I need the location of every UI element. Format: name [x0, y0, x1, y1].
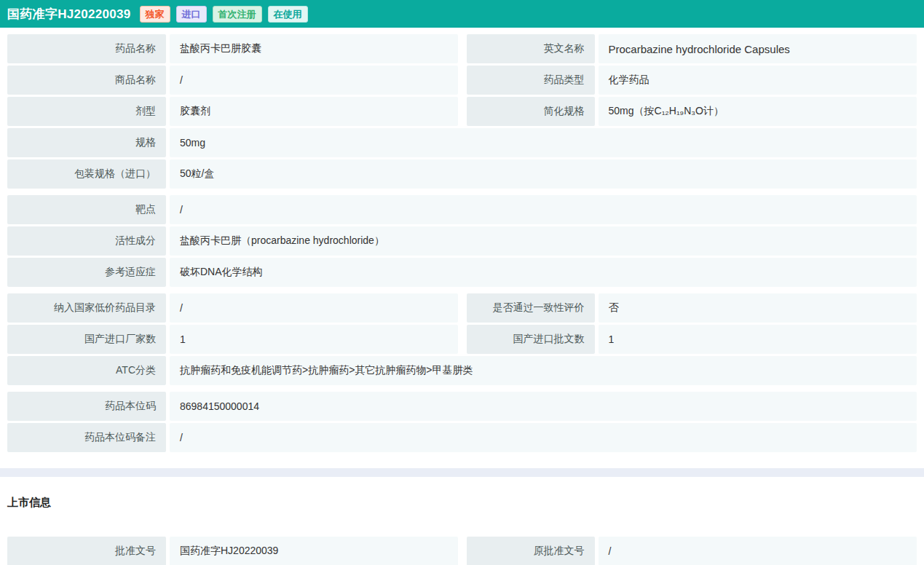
field-label: 简化规格	[467, 97, 595, 126]
field-value: 国药准字HJ20220039	[170, 537, 458, 565]
approval-number-bar: 国药准字HJ20220039 独家 进口 首次注册 在使用	[0, 0, 924, 28]
field-label: 活性成分	[7, 226, 166, 256]
field-label: 剂型	[7, 97, 166, 126]
field-value: 50mg	[170, 128, 917, 157]
section-standard-code: 药品本位码 86984150000014 药品本位码备注 /	[7, 392, 917, 452]
field-row-low-price-list: 纳入国家低价药品目录 / 是否通过一致性评价 否	[7, 293, 917, 323]
field-label: 商品名称	[7, 66, 166, 95]
field-value: Procarbazine hydrochloride Capsules	[599, 34, 917, 63]
field-value: 1	[170, 325, 458, 354]
field-value: 50mg（按C₁₂H₁₉N₃O计）	[599, 97, 917, 126]
field-value: 化学药品	[599, 66, 917, 95]
field-label: 药品本位码	[7, 392, 166, 421]
field-row-drug-name: 药品名称 盐酸丙卡巴肼胶囊 英文名称 Procarbazine hydrochl…	[7, 34, 917, 63]
section-title-market-info: 上市信息	[7, 496, 924, 510]
section-names-specs: 药品名称 盐酸丙卡巴肼胶囊 英文名称 Procarbazine hydrochl…	[7, 34, 917, 189]
field-row-dosage-form: 剂型 胶囊剂 简化规格 50mg（按C₁₂H₁₉N₃O计）	[7, 97, 917, 126]
field-label: 药品名称	[7, 34, 166, 63]
field-row-active-ingredient: 活性成分 盐酸丙卡巴肼（procarbazine hydrochloride）	[7, 226, 917, 256]
field-label: 是否通过一致性评价	[467, 293, 595, 323]
field-row-standard-code: 药品本位码 86984150000014	[7, 392, 917, 421]
field-value: 盐酸丙卡巴肼胶囊	[170, 34, 458, 63]
field-label: 规格	[7, 128, 166, 157]
section-catalog-counts: 纳入国家低价药品目录 / 是否通过一致性评价 否 国产进口厂家数 1 国产进口批…	[7, 293, 917, 385]
field-label: 药品本位码备注	[7, 423, 166, 452]
basic-info-panel: 药品名称 盐酸丙卡巴肼胶囊 英文名称 Procarbazine hydrochl…	[0, 28, 924, 452]
field-label: 参考适应症	[7, 258, 166, 287]
approval-number-title: 国药准字HJ20220039	[7, 6, 131, 23]
field-row-atc-class: ATC分类 抗肿瘤药和免疫机能调节药>抗肿瘤药>其它抗肿瘤药物>甲基肼类	[7, 356, 917, 385]
field-value: /	[170, 66, 458, 95]
section-market-approval: 批准文号 国药准字HJ20220039 原批准文号 /	[7, 537, 917, 565]
field-value: 1	[599, 325, 917, 354]
field-label: 批准文号	[7, 537, 166, 565]
field-row-spec: 规格 50mg	[7, 128, 917, 157]
field-label: 靶点	[7, 195, 166, 224]
field-value: 胶囊剂	[170, 97, 458, 126]
field-value: 盐酸丙卡巴肼（procarbazine hydrochloride）	[170, 226, 917, 256]
section-target-ingredient: 靶点 / 活性成分 盐酸丙卡巴肼（procarbazine hydrochlor…	[7, 195, 917, 287]
field-label: ATC分类	[7, 356, 166, 385]
field-row-target: 靶点 /	[7, 195, 917, 224]
field-row-approval-no: 批准文号 国药准字HJ20220039 原批准文号 /	[7, 537, 917, 565]
field-label: 国产进口厂家数	[7, 325, 166, 354]
field-value: /	[170, 195, 917, 224]
drug-detail-page: 国药准字HJ20220039 独家 进口 首次注册 在使用 药品名称 盐酸丙卡巴…	[0, 0, 924, 565]
badge-first-registration: 首次注册	[213, 6, 262, 23]
field-label: 纳入国家低价药品目录	[7, 293, 166, 323]
field-row-trade-name: 商品名称 / 药品类型 化学药品	[7, 66, 917, 95]
market-info-panel: 批准文号 国药准字HJ20220039 原批准文号 /	[0, 530, 924, 565]
field-value: /	[170, 423, 917, 452]
field-value: 否	[599, 293, 917, 323]
field-value: 86984150000014	[170, 392, 917, 421]
badge-exclusive: 独家	[140, 6, 170, 23]
badge-in-use: 在使用	[268, 6, 308, 23]
field-row-manufacturer-count: 国产进口厂家数 1 国产进口批文数 1	[7, 325, 917, 354]
field-value: 破坏DNA化学结构	[170, 258, 917, 287]
badge-imported: 进口	[176, 6, 207, 23]
field-label: 国产进口批文数	[467, 325, 595, 354]
field-label: 包装规格（进口）	[7, 159, 166, 189]
field-value: 50粒/盒	[170, 159, 917, 189]
field-label: 原批准文号	[467, 537, 595, 565]
field-label: 英文名称	[467, 34, 595, 63]
field-row-standard-code-note: 药品本位码备注 /	[7, 423, 917, 452]
field-value: 抗肿瘤药和免疫机能调节药>抗肿瘤药>其它抗肿瘤药物>甲基肼类	[170, 356, 917, 385]
section-divider	[0, 468, 924, 477]
field-value: /	[170, 293, 458, 323]
field-row-reference-indication: 参考适应症 破坏DNA化学结构	[7, 258, 917, 287]
field-value: /	[599, 537, 917, 565]
field-label: 药品类型	[467, 66, 595, 95]
field-row-package-spec: 包装规格（进口） 50粒/盒	[7, 159, 917, 189]
